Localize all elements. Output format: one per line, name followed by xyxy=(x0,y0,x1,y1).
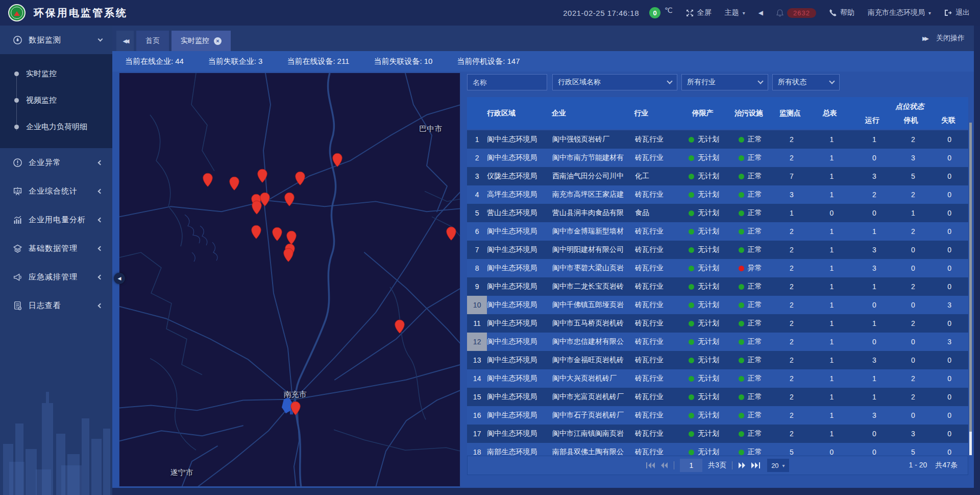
next-page-button[interactable] xyxy=(738,462,746,468)
map-pin[interactable] xyxy=(203,173,213,190)
caret-down-icon: ▾ xyxy=(782,463,785,468)
sidebar-item-企业异常[interactable]: 企业异常 xyxy=(0,148,112,177)
map-pin[interactable] xyxy=(252,200,262,217)
cell-region: 阆中生态环境局 xyxy=(487,282,552,291)
table-row[interactable]: 6阆中生态环境局阆中市金博瑞新型墙材砖瓦行业无计划正常21120 xyxy=(467,222,968,241)
table-row[interactable]: 4高坪生态环境局南充市高坪区王家店建砖瓦行业无计划正常31220 xyxy=(467,185,968,204)
cell-pollution-facility: 正常 xyxy=(728,227,773,236)
sidebar-subitem-label: 企业电力负荷明细 xyxy=(26,122,87,132)
status-metric-value: 3 xyxy=(258,57,262,65)
status-dot-green xyxy=(689,450,694,455)
table-row[interactable]: 16阆中生态环境局阆中市石子页岩机砖厂砖瓦行业无计划正常21300 xyxy=(467,406,968,425)
map-pin[interactable] xyxy=(272,227,282,244)
table-row[interactable]: 2阆中生态环境局阆中市南方节能建材有砖瓦行业无计划正常21030 xyxy=(467,149,968,167)
map-pin[interactable] xyxy=(394,319,405,336)
table-row[interactable]: 5营山生态环境局营山县润丰肉食品有限食品无计划正常10010 xyxy=(467,204,968,222)
sidebar-item-应急减排管理[interactable]: 应急减排管理 xyxy=(0,263,112,291)
table-row[interactable]: 9阆中生态环境局阆中市二龙长宝页岩砖砖瓦行业无计划正常21120 xyxy=(467,277,968,296)
sidebar-item-数据监测[interactable]: 数据监测 xyxy=(0,26,112,54)
cell-total-meter: 1 xyxy=(811,135,853,144)
organization-menu[interactable]: 南充市生态环境局 ▾ xyxy=(868,8,931,17)
table-row[interactable]: 8阆中生态环境局阆中市枣碧大梁山页岩砖瓦行业无计划异常21300 xyxy=(467,259,968,277)
close-operations-menu[interactable]: 关闭操作 xyxy=(936,34,965,43)
fullscreen-button[interactable]: 全屏 xyxy=(686,8,712,17)
cell-total-meter: 1 xyxy=(811,319,853,327)
status-metric-label: 当前停机设备: xyxy=(457,57,505,65)
table-row[interactable]: 11阆中生态环境局阆中市五马桥页岩机砖砖瓦行业无计划正常21120 xyxy=(467,314,968,333)
status-filter-select[interactable]: 所有状态 xyxy=(772,74,840,90)
table-row[interactable]: 18南部生态环境局南部县双佛土陶有限公砖瓦行业无计划正常50050 xyxy=(467,443,968,455)
scrollbar-thumb[interactable] xyxy=(969,123,972,432)
status-text: 正常 xyxy=(748,374,762,383)
map-pin[interactable] xyxy=(283,248,294,265)
map-pin[interactable] xyxy=(229,176,240,193)
name-filter-input[interactable] xyxy=(473,78,542,86)
last-page-button[interactable] xyxy=(751,462,760,468)
table-row[interactable]: 1阆中生态环境局阆中强锐页岩砖厂砖瓦行业无计划正常21120 xyxy=(467,130,968,149)
cell-stopped: 2 xyxy=(896,393,931,401)
map-pin[interactable] xyxy=(290,401,301,418)
tabs-scroll-right-button[interactable]: ▶▶ xyxy=(922,35,927,42)
collapse-map-button[interactable]: ◀ xyxy=(114,273,125,284)
tab-实时监控[interactable]: 实时监控× xyxy=(172,31,231,51)
region-filter-select[interactable]: 行政区域名称 xyxy=(552,74,677,90)
map-pin[interactable] xyxy=(332,153,342,170)
column-header: 运行 xyxy=(851,116,893,125)
close-tab-icon[interactable]: × xyxy=(214,37,222,45)
cell-running: 0 xyxy=(853,154,895,162)
map-pin[interactable] xyxy=(284,192,295,209)
sidebar-submenu: 实时监控视频监控企业电力负荷明细 xyxy=(0,54,112,148)
cell-industry: 砖瓦行业 xyxy=(635,227,680,236)
table-row[interactable]: 17阆中生态环境局阆中市江南镇阆南页岩砖瓦行业无计划正常21030 xyxy=(467,425,968,443)
sidebar-item-企业综合统计[interactable]: 企业综合统计 xyxy=(0,177,112,205)
logout-button[interactable]: 退出 xyxy=(944,8,970,17)
sidebar-subitem-实时监控[interactable]: 实时监控 xyxy=(0,60,112,87)
page-number-input[interactable] xyxy=(680,459,702,472)
table-row[interactable]: 7阆中生态环境局阆中明阳建材有限公司砖瓦行业无计划正常21300 xyxy=(467,241,968,259)
status-text: 正常 xyxy=(748,282,762,291)
sidebar-subitem-视频监控[interactable]: 视频监控 xyxy=(0,87,112,113)
map-panel[interactable]: 巴中市南充市遂宁市 ◀ xyxy=(119,73,460,487)
cell-disconnected: 0 xyxy=(930,448,968,455)
notifications-button[interactable]: 2632 xyxy=(776,8,816,18)
help-button[interactable]: 帮助 xyxy=(829,8,854,17)
tabs-scroll-left-button[interactable]: ◀◀ xyxy=(116,31,134,51)
sidebar-item-基础数据管理[interactable]: 基础数据管理 xyxy=(0,234,112,263)
cell-running: 1 xyxy=(853,282,895,291)
map-pin[interactable] xyxy=(251,225,262,242)
industry-filter-select[interactable]: 所有行业 xyxy=(681,74,768,90)
table-row[interactable]: 15阆中生态环境局阆中市光富页岩机砖厂砖瓦行业无计划正常21120 xyxy=(467,388,968,406)
tab-首页[interactable]: 首页 xyxy=(136,31,169,51)
table-row[interactable]: 13阆中生态环境局阆中市金福旺页岩机砖砖瓦行业无计划正常21300 xyxy=(467,351,968,369)
cell-pollution-facility: 正常 xyxy=(728,337,773,346)
map-city-label: 巴中市 xyxy=(419,124,442,134)
map-pin[interactable] xyxy=(446,226,456,243)
table-row[interactable]: 12阆中生态环境局阆中市忠信建材有限公砖瓦行业无计划正常21003 xyxy=(467,333,968,351)
table-row[interactable]: 3仪陇生态环境局西南油气田分公司川中化工无计划正常71350 xyxy=(467,167,968,185)
volume-button[interactable]: ◀ xyxy=(758,9,763,16)
cell-enterprise: 阆中市枣碧大梁山页岩 xyxy=(552,264,635,273)
status-dot-green xyxy=(739,192,744,198)
status-text: 无计划 xyxy=(698,208,719,218)
theme-menu[interactable]: 主题 ▾ xyxy=(725,8,745,17)
table-row[interactable]: 10阆中生态环境局阆中千佛镇五郎垭页岩砖瓦行业无计划正常21003 xyxy=(467,296,968,314)
sidebar-subitem-企业电力负荷明细[interactable]: 企业电力负荷明细 xyxy=(0,113,112,140)
cell-running: 1 xyxy=(853,227,895,235)
column-header: 总表 xyxy=(808,97,851,129)
sidebar-item-企业用电量分析[interactable]: 企业用电量分析 xyxy=(0,205,112,234)
cell-industry: 砖瓦行业 xyxy=(635,300,680,310)
cell-region: 阆中生态环境局 xyxy=(487,374,552,383)
status-dot-green xyxy=(739,413,744,418)
cell-stopped: 0 xyxy=(896,246,931,254)
table-row[interactable]: 14阆中生态环境局阆中大兴页岩机砖厂砖瓦行业无计划正常21120 xyxy=(467,369,968,388)
cell-industry: 砖瓦行业 xyxy=(635,447,680,455)
cell-total-meter: 1 xyxy=(811,264,853,272)
name-filter-field[interactable] xyxy=(467,74,547,90)
sidebar-item-日志查看[interactable]: 日志查看 xyxy=(0,291,112,320)
map-pin[interactable] xyxy=(295,171,305,188)
map-pin[interactable] xyxy=(257,169,268,185)
table-scrollbar[interactable] xyxy=(969,123,972,455)
page-size-select[interactable]: 20 ▾ xyxy=(767,459,789,472)
prev-page-button[interactable] xyxy=(660,462,668,468)
first-page-button[interactable] xyxy=(646,462,655,468)
